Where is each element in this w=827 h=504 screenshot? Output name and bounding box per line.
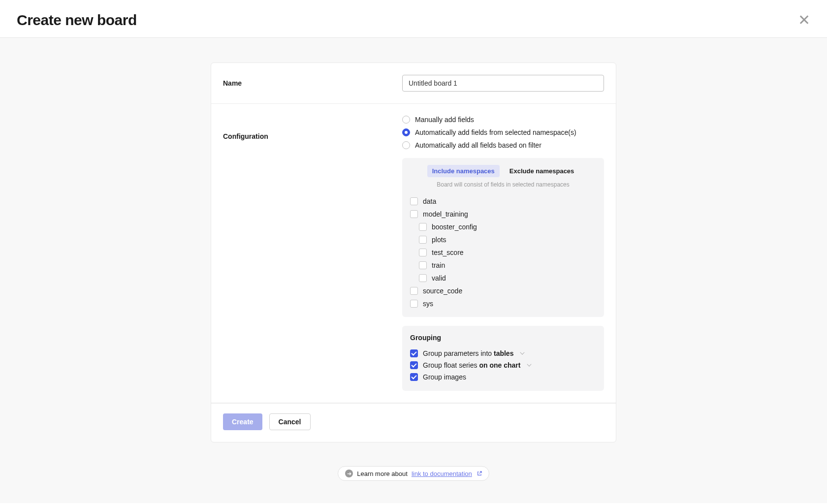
namespace-panel: Include namespaces Exclude namespaces Bo… bbox=[402, 158, 604, 317]
form-footer: Create Cancel bbox=[211, 403, 616, 442]
modal-body: Name Configuration Manually add fields A… bbox=[0, 38, 827, 503]
radio-icon bbox=[402, 128, 410, 136]
checkbox-icon[interactable] bbox=[419, 249, 427, 256]
namespace-item-plots[interactable]: plots bbox=[410, 233, 596, 246]
namespace-item-label: sys bbox=[423, 300, 433, 308]
namespace-item-label: model_training bbox=[423, 210, 468, 218]
grouping-item-label: Group parameters into tables bbox=[423, 349, 513, 357]
checkbox-icon[interactable] bbox=[410, 287, 418, 295]
radio-auto-filter[interactable]: Automatically add all fields based on fi… bbox=[402, 141, 604, 149]
namespace-item-label: valid bbox=[432, 274, 446, 282]
namespace-item-source-code[interactable]: source_code bbox=[410, 284, 596, 297]
grouping-panel: Grouping Group parameters into tables Gr… bbox=[402, 326, 604, 391]
radio-manual[interactable]: Manually add fields bbox=[402, 116, 604, 124]
namespace-item-valid[interactable]: valid bbox=[410, 272, 596, 284]
namespace-hint: Board will consist of fields in selected… bbox=[410, 181, 596, 188]
grouping-title: Grouping bbox=[410, 334, 596, 342]
configuration-label: Configuration bbox=[223, 116, 402, 391]
modal-header: Create new board ✕ bbox=[0, 0, 827, 38]
form-card: Name Configuration Manually add fields A… bbox=[211, 63, 616, 442]
namespace-item-test-score[interactable]: test_score bbox=[410, 246, 596, 259]
learn-more-link[interactable]: link to documentation bbox=[412, 470, 472, 477]
namespace-item-label: booster_config bbox=[432, 223, 477, 231]
close-icon[interactable]: ✕ bbox=[798, 13, 810, 28]
grouping-item-label: Group images bbox=[423, 373, 466, 381]
tab-include-namespaces[interactable]: Include namespaces bbox=[427, 165, 500, 177]
modal-title: Create new board bbox=[17, 12, 137, 29]
namespace-item-sys[interactable]: sys bbox=[410, 297, 596, 310]
radio-label: Manually add fields bbox=[415, 116, 474, 124]
chevron-down-icon[interactable] bbox=[527, 362, 532, 366]
namespace-item-data[interactable]: data bbox=[410, 195, 596, 208]
row-configuration: Configuration Manually add fields Automa… bbox=[211, 104, 616, 403]
checkbox-icon[interactable] bbox=[419, 223, 427, 231]
checkbox-icon[interactable] bbox=[419, 261, 427, 269]
name-label: Name bbox=[223, 75, 402, 92]
grouping-item-label: Group float series on one chart bbox=[423, 361, 520, 369]
checkbox-icon[interactable] bbox=[419, 236, 427, 244]
checkbox-icon[interactable] bbox=[419, 274, 427, 282]
namespace-tree: data model_training booster_config bbox=[410, 195, 596, 310]
radio-auto-namespace[interactable]: Automatically add fields from selected n… bbox=[402, 128, 604, 136]
checkbox-icon[interactable] bbox=[410, 373, 418, 381]
radio-label: Automatically add fields from selected n… bbox=[415, 128, 576, 136]
learn-more-pill: ➜ Learn more about link to documentation bbox=[338, 466, 489, 481]
name-input[interactable] bbox=[402, 75, 604, 92]
checkbox-icon[interactable] bbox=[410, 197, 418, 205]
radio-icon bbox=[402, 141, 410, 149]
checkbox-icon[interactable] bbox=[410, 349, 418, 357]
checkbox-icon[interactable] bbox=[410, 361, 418, 369]
namespace-item-label: plots bbox=[432, 236, 446, 244]
namespace-item-booster-config[interactable]: booster_config bbox=[410, 220, 596, 233]
namespace-tabs: Include namespaces Exclude namespaces bbox=[410, 165, 596, 177]
namespace-item-label: data bbox=[423, 197, 436, 205]
radio-label: Automatically add all fields based on fi… bbox=[415, 141, 541, 149]
grouping-item-series[interactable]: Group float series on one chart bbox=[410, 359, 596, 371]
namespace-item-train[interactable]: train bbox=[410, 259, 596, 272]
tab-exclude-namespaces[interactable]: Exclude namespaces bbox=[505, 165, 579, 177]
grouping-item-images[interactable]: Group images bbox=[410, 371, 596, 383]
cancel-button[interactable]: Cancel bbox=[269, 413, 311, 430]
learn-more-text: Learn more about bbox=[357, 470, 408, 477]
namespace-item-label: train bbox=[432, 261, 445, 269]
namespace-item-model-training[interactable]: model_training bbox=[410, 208, 596, 220]
checkbox-icon[interactable] bbox=[410, 300, 418, 308]
checkbox-icon[interactable] bbox=[410, 210, 418, 218]
namespace-item-label: test_score bbox=[432, 249, 464, 256]
row-name: Name bbox=[211, 63, 616, 104]
create-button[interactable]: Create bbox=[223, 413, 262, 430]
external-link-icon bbox=[477, 471, 482, 476]
arrow-right-circle-icon: ➜ bbox=[345, 470, 353, 477]
chevron-down-icon[interactable] bbox=[520, 350, 525, 354]
namespace-item-label: source_code bbox=[423, 287, 462, 295]
grouping-item-parameters[interactable]: Group parameters into tables bbox=[410, 347, 596, 359]
radio-icon bbox=[402, 116, 410, 124]
